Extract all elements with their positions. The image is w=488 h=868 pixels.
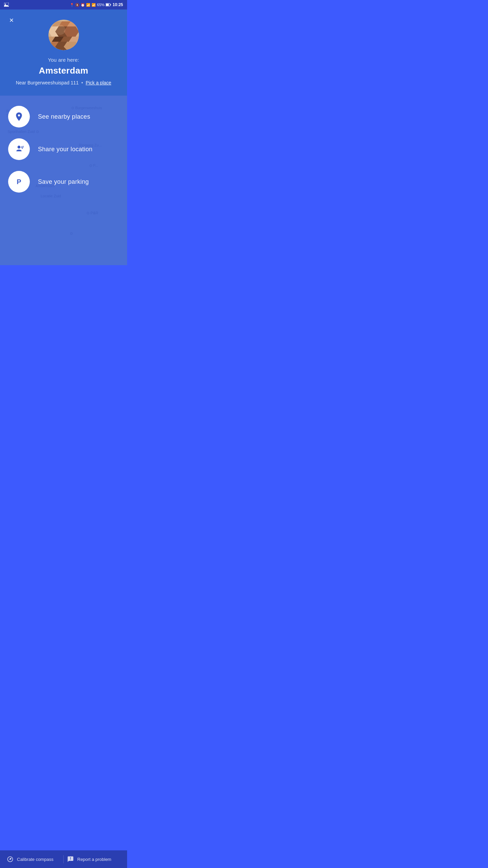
share-icon-circle [8, 138, 30, 160]
status-bar: 📍 🔇 ⏰ 📶 📶 65% 10:25 [0, 0, 127, 9]
avatar-mosaic [48, 20, 79, 50]
status-time: 10:25 [113, 2, 123, 7]
person-wave-icon [14, 144, 24, 154]
parking-label: Save your parking [38, 178, 89, 185]
battery-label: 65% [97, 3, 104, 7]
pick-a-place-link[interactable]: Pick a place [86, 80, 111, 85]
location-pin-icon [14, 112, 24, 122]
header-panel: × [0, 9, 127, 96]
map-section: ParkSchinkelei... ⊙ Burgerweeshuis Sport… [0, 96, 127, 265]
map-label-d: ⊙ [70, 231, 73, 236]
nearby-icon-circle [8, 106, 30, 127]
battery-icon [106, 3, 111, 6]
svg-rect-4 [110, 4, 111, 5]
city-name: Amsterdam [39, 65, 88, 76]
close-button[interactable]: × [5, 14, 18, 26]
status-left-icons [4, 3, 9, 7]
signal-icon: 📶 [92, 3, 96, 7]
status-right-icons: 📍 🔇 ⏰ 📶 📶 65% 10:25 [70, 2, 123, 7]
menu-items-container: See nearby places Share your location P … [0, 96, 127, 203]
dot-separator: • [81, 80, 83, 85]
address-text: Near Burgerweeshuispad 111 [16, 80, 79, 85]
wifi-icon: 📶 [86, 3, 90, 7]
svg-rect-3 [106, 4, 109, 6]
vibrate-icon: 🔇 [75, 3, 79, 7]
svg-point-20 [55, 25, 65, 35]
gallery-icon [4, 3, 9, 7]
avatar-svg [48, 20, 79, 50]
share-label: Share your location [38, 146, 93, 153]
nearby-label: See nearby places [38, 113, 90, 120]
map-label-p2: ⊙ P&R [86, 211, 98, 215]
nearby-places-item[interactable]: See nearby places [8, 106, 119, 127]
save-parking-item[interactable]: P Save your parking [8, 171, 119, 193]
parking-p-icon: P [17, 178, 21, 186]
share-location-item[interactable]: Share your location [8, 138, 119, 160]
address-line: Near Burgerweeshuispad 111 • Pick a plac… [16, 80, 111, 85]
alarm-icon: ⏰ [81, 3, 85, 7]
svg-point-21 [18, 145, 21, 149]
avatar [48, 20, 79, 50]
parking-icon-circle: P [8, 171, 30, 193]
location-icon: 📍 [70, 3, 74, 7]
you-are-here-label: You are here: [48, 57, 79, 63]
